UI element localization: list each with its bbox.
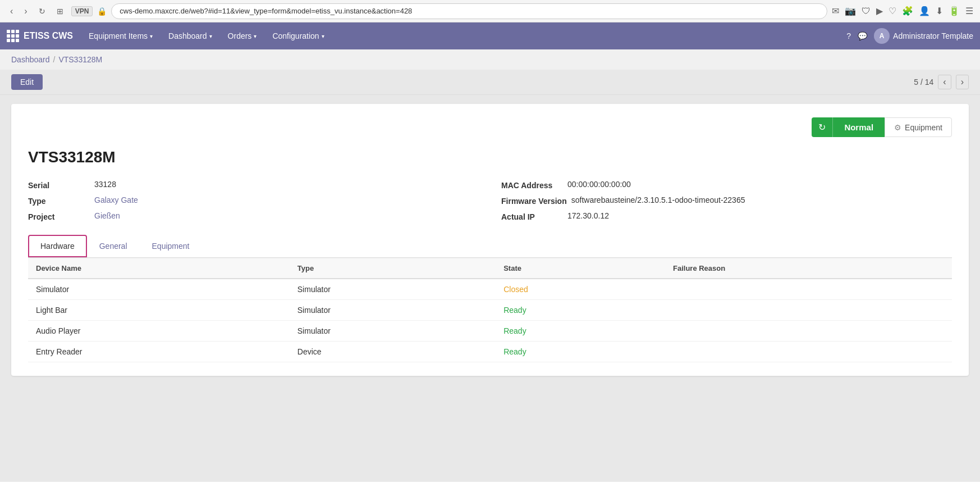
menu-icon[interactable]: ☰	[965, 6, 973, 16]
main-nav: Equipment Items ▾ Dashboard ▾ Orders ▾ C…	[82, 28, 846, 44]
card-header-actions: ↻ Normal ⚙ Equipment	[28, 117, 952, 137]
cell-device-name: Light Bar	[28, 300, 290, 321]
vpn-badge: VPN	[71, 6, 93, 16]
col-device-name: Device Name	[28, 258, 290, 279]
battery-icon: 🔋	[949, 6, 960, 16]
nav-orders[interactable]: Orders ▾	[221, 28, 264, 44]
shield-icon[interactable]: 🛡	[862, 6, 871, 16]
status-refresh-button[interactable]: ↻	[812, 117, 832, 137]
gear-icon: ⚙	[894, 123, 901, 132]
cell-state: Ready	[496, 300, 665, 321]
pagination-prev-button[interactable]: ‹	[938, 75, 951, 89]
reload-button[interactable]: ↻	[35, 6, 49, 17]
field-label-type: Type	[28, 195, 90, 206]
chevron-down-icon: ▾	[150, 33, 153, 39]
tab-general[interactable]: General	[87, 235, 140, 257]
user-menu[interactable]: A Administrator Template	[874, 28, 973, 44]
field-firmware: Firmware Version softwarebausteine/2.3.1…	[501, 195, 952, 206]
chevron-down-icon: ▾	[254, 33, 257, 39]
chevron-down-icon: ▾	[322, 33, 324, 39]
help-icon[interactable]: ?	[846, 31, 851, 40]
address-bar[interactable]	[111, 3, 827, 19]
cell-type: Simulator	[290, 321, 496, 342]
extensions-icon[interactable]: 🧩	[902, 6, 913, 16]
back-button[interactable]: ‹	[7, 5, 16, 17]
tabs-row: Hardware General Equipment	[28, 235, 952, 257]
field-label-mac: MAC Address	[501, 180, 563, 190]
nav-configuration[interactable]: Configuration ▾	[265, 28, 331, 44]
cell-device-name: Entry Reader	[28, 342, 290, 362]
cell-device-name: Simulator	[28, 279, 290, 300]
user-label: Administrator Template	[893, 31, 973, 40]
camera-icon[interactable]: 📷	[845, 6, 856, 16]
table-row: Light Bar Simulator Ready	[28, 300, 952, 321]
table-row: Entry Reader Device Ready	[28, 342, 952, 362]
cell-state: Ready	[496, 321, 665, 342]
field-serial: Serial 33128	[28, 180, 479, 190]
field-value-project[interactable]: Gießen	[94, 211, 120, 220]
status-equipment-button[interactable]: ⚙ Equipment	[885, 117, 952, 137]
breadcrumb-current: VTS33128M	[58, 55, 102, 64]
cell-failure-reason	[665, 300, 952, 321]
toolbar: Edit 5 / 14 ‹ ›	[0, 70, 980, 95]
mail-icon[interactable]: ✉	[832, 6, 839, 16]
col-type: Type	[290, 258, 496, 279]
tabs-button[interactable]: ⊞	[53, 6, 67, 17]
cell-device-name: Audio Player	[28, 321, 290, 342]
field-ip: Actual IP 172.30.0.12	[501, 211, 952, 221]
edit-button[interactable]: Edit	[11, 74, 43, 90]
field-mac: MAC Address 00:00:00:00:00:00	[501, 180, 952, 190]
table-header-row: Device Name Type State Failure Reason	[28, 258, 952, 279]
field-value-mac: 00:00:00:00:00:00	[567, 180, 631, 189]
cell-state: Closed	[496, 279, 665, 300]
app-header: ETISS CWS Equipment Items ▾ Dashboard ▾ …	[0, 22, 980, 49]
cell-type: Simulator	[290, 300, 496, 321]
fields-grid: Serial 33128 Type Galaxy Gate Project Gi…	[28, 180, 952, 221]
forward-button[interactable]: ›	[21, 5, 30, 17]
avatar: A	[874, 28, 890, 44]
refresh-icon: ↻	[818, 122, 826, 133]
app-logo[interactable]: ETISS CWS	[7, 30, 73, 42]
chat-icon[interactable]: 💬	[858, 31, 867, 40]
field-value-type[interactable]: Galaxy Gate	[94, 195, 138, 204]
cell-failure-reason	[665, 321, 952, 342]
cell-type: Simulator	[290, 279, 496, 300]
play-icon[interactable]: ▶	[876, 6, 883, 16]
form-card: ↻ Normal ⚙ Equipment VTS33128M Serial 33…	[11, 104, 969, 376]
field-value-serial: 33128	[94, 180, 116, 189]
nav-equipment-items[interactable]: Equipment Items ▾	[82, 28, 159, 44]
main-content: ↻ Normal ⚙ Equipment VTS33128M Serial 33…	[0, 95, 980, 481]
breadcrumb-separator: /	[53, 55, 56, 64]
field-type: Type Galaxy Gate	[28, 195, 479, 206]
hardware-table: Device Name Type State Failure Reason Si…	[28, 258, 952, 362]
browser-chrome: ‹ › ↻ ⊞ VPN 🔒 ✉ 📷 🛡 ▶ ♡ 🧩 👤 ⬇ 🔋 ☰	[0, 0, 980, 22]
fields-left: Serial 33128 Type Galaxy Gate Project Gi…	[28, 180, 479, 221]
field-label-serial: Serial	[28, 180, 90, 190]
nav-dashboard[interactable]: Dashboard ▾	[162, 28, 219, 44]
heart-icon[interactable]: ♡	[889, 6, 896, 16]
field-label-project: Project	[28, 211, 90, 221]
tabs-container: Hardware General Equipment	[28, 235, 952, 258]
profile-icon[interactable]: 👤	[919, 6, 930, 16]
tab-equipment[interactable]: Equipment	[140, 235, 202, 257]
cell-type: Device	[290, 342, 496, 362]
field-project: Project Gießen	[28, 211, 479, 221]
fields-right: MAC Address 00:00:00:00:00:00 Firmware V…	[501, 180, 952, 221]
breadcrumb-dashboard[interactable]: Dashboard	[11, 55, 50, 64]
pagination-next-button[interactable]: ›	[956, 75, 969, 89]
cell-failure-reason	[665, 342, 952, 362]
record-title: VTS33128M	[28, 148, 952, 166]
chevron-down-icon: ▾	[209, 33, 212, 39]
breadcrumb: Dashboard / VTS33128M	[0, 49, 980, 70]
lock-icon: 🔒	[97, 7, 107, 16]
field-value-ip: 172.30.0.12	[567, 211, 609, 220]
download-icon[interactable]: ⬇	[936, 6, 943, 16]
status-normal-button[interactable]: Normal	[832, 117, 885, 137]
cell-state: Ready	[496, 342, 665, 362]
pagination-info: 5 / 14	[914, 78, 933, 87]
col-failure-reason: Failure Reason	[665, 258, 952, 279]
cell-failure-reason	[665, 279, 952, 300]
field-label-firmware: Firmware Version	[501, 195, 567, 206]
tab-hardware[interactable]: Hardware	[28, 235, 87, 257]
table-row: Simulator Simulator Closed	[28, 279, 952, 300]
